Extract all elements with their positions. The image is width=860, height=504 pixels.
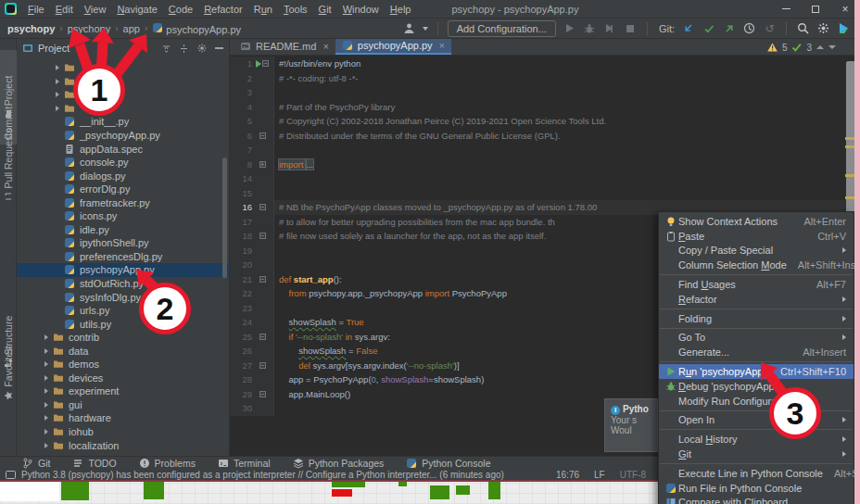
- breadcrumb-item-psychopy[interactable]: psychopy: [7, 23, 55, 34]
- fold-collapse-icon[interactable]: −: [259, 334, 266, 340]
- context-menu-item-folding[interactable]: Folding: [659, 311, 854, 326]
- context-menu-item-copy-paste-special[interactable]: Copy / Paste Special: [659, 244, 854, 258]
- fold-collapse-icon[interactable]: −: [259, 276, 266, 283]
- user-dropdown-caret-icon[interactable]: [423, 27, 428, 31]
- tree-item-iohub[interactable]: iohub: [17, 425, 229, 439]
- expand-all-icon[interactable]: [161, 44, 171, 54]
- tree-item-urls.py[interactable]: urls.py: [17, 304, 229, 318]
- toolwindow-git[interactable]: Git: [22, 458, 50, 469]
- debug-button-disabled-icon[interactable]: [583, 21, 597, 35]
- tree-item-icons.py[interactable]: icons.py: [17, 209, 229, 223]
- tree-item-folder[interactable]: [17, 102, 229, 116]
- chevron-right-icon[interactable]: [44, 429, 48, 435]
- context-menu-item-modify-run-configuration-[interactable]: Modify Run Configuration...: [659, 394, 854, 409]
- context-menu-item-debug-psychopyapp-[interactable]: Debug 'psychopyApp': [659, 379, 854, 394]
- fold-collapse-icon[interactable]: −: [259, 391, 266, 397]
- run-anything-icon[interactable]: [837, 21, 851, 35]
- caret-position[interactable]: 16:76: [556, 470, 579, 480]
- tree-item-gui[interactable]: gui: [17, 398, 229, 412]
- breadcrumb-item-psychopyApp.py[interactable]: psychopyApp.py: [152, 22, 241, 35]
- fold-collapse-icon[interactable]: −: [259, 362, 266, 369]
- tab-close-icon[interactable]: ×: [322, 41, 328, 52]
- context-menu-item-execute-line-in-python-console[interactable]: Execute Line in Python ConsoleAlt+Shift+…: [659, 466, 854, 481]
- context-menu-item-open-in[interactable]: Open In: [659, 413, 854, 428]
- tree-item-utils.py[interactable]: utils.py: [17, 317, 229, 331]
- tree-item-sysInfoDlg.py[interactable]: sysInfoDlg.py: [17, 290, 229, 304]
- status-message[interactable]: Python 3.8 (psychopy) has been configure…: [21, 470, 504, 480]
- maximize-button[interactable]: [801, 0, 830, 18]
- sidebar-tab-favorites[interactable]: Favorites: [0, 326, 17, 421]
- menu-edit[interactable]: Edit: [50, 4, 79, 15]
- context-menu-item-paste[interactable]: PasteCtrl+V: [659, 229, 854, 244]
- next-issue-icon[interactable]: [828, 45, 836, 49]
- context-menu-item-git[interactable]: Git: [659, 447, 854, 461]
- chevron-right-icon[interactable]: [44, 348, 48, 354]
- chevron-right-icon[interactable]: [44, 402, 48, 408]
- chevron-right-icon[interactable]: [44, 375, 48, 381]
- fold-collapse-icon[interactable]: −: [259, 132, 266, 139]
- project-tree-scrollbar[interactable]: [222, 158, 227, 278]
- breadcrumb-item-psychopy[interactable]: psychopy: [68, 23, 110, 34]
- chevron-right-icon[interactable]: [44, 334, 48, 340]
- toolwindow-problems[interactable]: Problems: [139, 458, 196, 469]
- collapse-all-icon[interactable]: [179, 44, 189, 54]
- tab-close-icon[interactable]: ×: [439, 40, 445, 51]
- chevron-right-icon[interactable]: [56, 106, 59, 111]
- menu-code[interactable]: Code: [163, 4, 198, 15]
- context-menu-item-generate-[interactable]: Generate...Alt+Insert: [659, 345, 854, 359]
- chevron-right-icon[interactable]: [56, 92, 59, 97]
- code-line-4[interactable]: 4# Part of the PsychoPy library: [230, 100, 860, 115]
- tree-item-idle.py[interactable]: idle.py: [17, 223, 229, 237]
- chevron-right-icon[interactable]: [44, 361, 48, 367]
- event-log-icon[interactable]: [6, 471, 16, 479]
- code-line-7[interactable]: 7: [230, 143, 860, 158]
- tree-item-psychopyApp.py[interactable]: psychopyApp.py: [17, 263, 229, 277]
- context-menu-item-run-psychopyapp-[interactable]: Run 'psychopyApp'Ctrl+Shift+F10: [659, 364, 854, 379]
- context-menu-item-refactor[interactable]: Refactor: [659, 292, 854, 307]
- search-everywhere-icon[interactable]: [796, 21, 810, 35]
- tree-item-dialogs.py[interactable]: dialogs.py: [17, 169, 229, 183]
- git-push-icon[interactable]: [722, 21, 736, 35]
- run-button-disabled-icon[interactable]: [563, 21, 576, 35]
- git-update-icon[interactable]: [681, 21, 695, 35]
- menu-refactor[interactable]: Refactor: [198, 4, 248, 15]
- tree-item-_psychopyApp.py[interactable]: _psychopyApp.py: [17, 129, 229, 143]
- code-line-14[interactable]: 14: [230, 171, 860, 186]
- context-menu-item-column-selection-mode[interactable]: Column Selection ModeAlt+Shift+Insert: [659, 258, 854, 272]
- add-configuration-button[interactable]: Add Configuration...: [448, 20, 556, 37]
- context-menu-item-find-usages[interactable]: Find UsagesAlt+F7: [659, 277, 854, 292]
- hide-panel-icon[interactable]: [215, 47, 223, 49]
- tree-item-hardware[interactable]: hardware: [17, 411, 229, 425]
- prev-issue-icon[interactable]: [816, 45, 824, 49]
- menu-window[interactable]: Window: [337, 4, 385, 15]
- inspection-widget[interactable]: 5 3: [764, 41, 840, 54]
- tree-item-localization[interactable]: localization: [17, 438, 229, 452]
- tree-item-preferencesDlg.py[interactable]: preferencesDlg.py: [17, 250, 229, 264]
- file-encoding[interactable]: UTF-8: [620, 470, 646, 480]
- chevron-right-icon[interactable]: [44, 388, 48, 394]
- menu-run[interactable]: Run: [248, 4, 278, 15]
- context-menu-item-compare-with-clipboard[interactable]: Compare with Clipboard: [659, 496, 854, 504]
- toolwindow-python-packages[interactable]: Python Packages: [293, 458, 385, 469]
- tree-item-frametracker.py[interactable]: frametracker.py: [17, 195, 229, 209]
- fold-expand-icon[interactable]: +: [259, 161, 266, 168]
- tree-item-experiment[interactable]: experiment: [17, 384, 229, 398]
- toolwindow-python-console[interactable]: Python Console: [406, 458, 490, 469]
- toolwindow-terminal[interactable]: Terminal: [218, 458, 271, 469]
- chevron-right-icon[interactable]: [44, 443, 48, 448]
- chevron-right-icon[interactable]: [44, 415, 48, 421]
- sidebar-tab-pull-requests[interactable]: Pull Requests: [0, 118, 17, 212]
- tree-item-contrib[interactable]: contrib: [17, 331, 229, 345]
- menu-navigate[interactable]: Navigate: [111, 4, 162, 15]
- git-commit-icon[interactable]: [702, 21, 715, 35]
- local-history-icon[interactable]: [742, 21, 756, 35]
- user-avatar-icon[interactable]: [402, 21, 416, 35]
- editor-tab-psychopyApp.py[interactable]: psychopyApp.py×: [335, 39, 451, 55]
- code-line-3[interactable]: 3: [230, 85, 860, 100]
- tree-item-__init__.py[interactable]: __init__.py: [17, 115, 229, 129]
- tree-item-appData.spec[interactable]: appData.spec: [17, 142, 229, 156]
- fold-collapse-icon[interactable]: −: [259, 233, 266, 239]
- fold-collapse-icon[interactable]: −: [262, 60, 269, 67]
- code-line-1[interactable]: 1−#!/usr/bin/env python: [230, 57, 860, 71]
- tree-item-devices[interactable]: devices: [17, 372, 229, 385]
